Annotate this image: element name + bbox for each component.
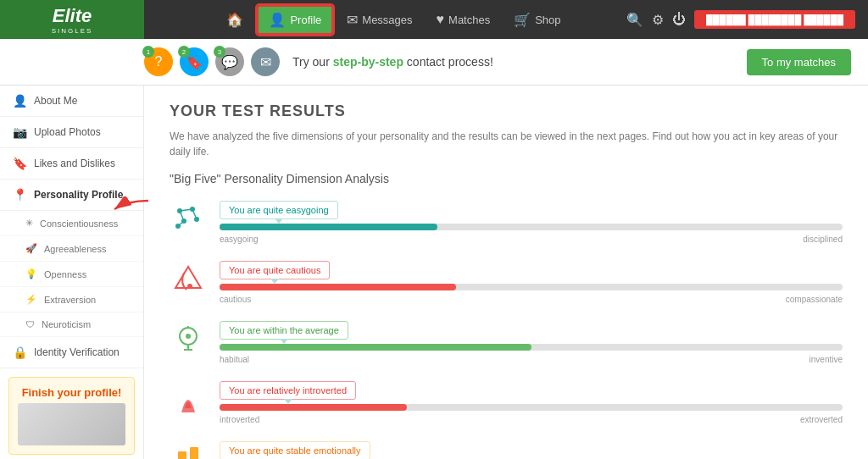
sidebar-personality-profile-label: Personality Profile xyxy=(34,189,123,201)
messages-icon: ✉ xyxy=(347,12,358,28)
easygoing-labels: easygoing disciplined xyxy=(220,235,843,244)
introverted-left-label: introverted xyxy=(220,415,259,424)
sidebar-item-about-me[interactable]: 👤 About Me xyxy=(0,86,143,117)
nav-profile[interactable]: 👤 Profile xyxy=(257,5,333,35)
settings-icon[interactable]: ⚙ xyxy=(652,12,664,28)
easygoing-right-label: disciplined xyxy=(803,235,843,244)
sidebar-sub-openness[interactable]: 💡 Openness xyxy=(0,262,143,287)
svg-rect-15 xyxy=(178,451,186,459)
habitual-right-label: inventive xyxy=(810,355,843,364)
step-1-icon: ? xyxy=(155,54,163,69)
step-3-icon: 💬 xyxy=(221,54,238,70)
profile-status-button[interactable]: ██████ ████████ ██████ xyxy=(694,10,855,29)
about-me-icon: 👤 xyxy=(13,94,27,108)
sidebar-item-personality-profile[interactable]: 📍 Personality Profile xyxy=(0,180,143,211)
logo-text: Elite xyxy=(52,5,93,27)
sidebar-item-likes-dislikes[interactable]: 🔖 Likes and Dislikes xyxy=(0,148,143,180)
nav-messages-label: Messages xyxy=(362,14,412,26)
home-icon: 🏠 xyxy=(226,12,243,28)
habitual-tooltip: You are within the average xyxy=(220,321,348,340)
page-title: YOUR TEST RESULTS xyxy=(170,102,843,120)
nav-items: 🏠 👤 Profile ✉ Messages ♥ Matches 🛒 Shop xyxy=(144,5,626,35)
introverted-labels: introverted extroverted xyxy=(220,415,843,424)
svg-line-7 xyxy=(180,211,184,221)
step-2: 2 🔖 xyxy=(180,47,209,76)
svg-rect-16 xyxy=(190,447,198,459)
top-navigation: Elite SINGLES 🏠 👤 Profile ✉ Messages ♥ M… xyxy=(0,0,868,39)
introverted-bar xyxy=(220,404,407,411)
matches-icon: ♥ xyxy=(437,12,445,27)
sidebar-about-me-label: About Me xyxy=(34,95,77,107)
power-icon[interactable]: ⏻ xyxy=(672,12,686,27)
dimension-cautious: You are quite cautious cautious compassi… xyxy=(170,261,843,304)
to-matches-button[interactable]: To my matches xyxy=(747,49,851,75)
neuroticism-icon: 🛡 xyxy=(25,319,35,329)
introverted-right-label: extroverted xyxy=(800,415,843,424)
easygoing-icon xyxy=(170,201,207,238)
dimension-stable: You are quite stable emotionally xyxy=(170,441,843,459)
finish-profile-image xyxy=(18,403,125,445)
sidebar-identity-label: Identity Verification xyxy=(34,346,120,358)
easygoing-bar xyxy=(220,224,437,230)
introverted-bar-container xyxy=(220,404,843,411)
search-icon[interactable]: 🔍 xyxy=(626,12,643,28)
cautious-left-label: cautious xyxy=(220,295,251,304)
dimension-habitual: You are within the average habitual inve… xyxy=(170,321,843,364)
step-2-icon: 🔖 xyxy=(186,54,203,70)
nav-matches-label: Matches xyxy=(448,14,490,26)
cautious-tooltip: You are quite cautious xyxy=(220,261,330,279)
step-3-num: 3 xyxy=(214,46,225,58)
easygoing-left-label: easygoing xyxy=(220,235,259,244)
sidebar-item-identity-verification[interactable]: 🔒 Identity Verification xyxy=(0,337,143,368)
sidebar-sub-conscientiousness[interactable]: ✳ Conscientiousness xyxy=(0,211,143,236)
sidebar-item-upload-photos[interactable]: 📷 Upload Photos xyxy=(0,117,143,148)
logo[interactable]: Elite SINGLES xyxy=(0,0,144,39)
habitual-content: You are within the average habitual inve… xyxy=(220,321,843,364)
habitual-icon xyxy=(170,321,207,358)
step-1: 1 ? xyxy=(144,47,173,76)
cautious-right-label: compassionate xyxy=(786,295,843,304)
section-title: "Big Five" Personality Dimension Analysi… xyxy=(170,172,843,185)
steps-icons: 1 ? 2 🔖 3 💬 ✉ xyxy=(144,47,280,76)
svg-point-14 xyxy=(186,334,191,339)
cautious-labels: cautious compassionate xyxy=(220,295,843,304)
svg-line-8 xyxy=(178,221,184,226)
likes-dislikes-icon: 🔖 xyxy=(13,157,27,170)
easygoing-content: You are quite easygoing easygoing discip… xyxy=(220,201,843,244)
content-description: We have analyzed the five dimensions of … xyxy=(170,129,843,159)
nav-home[interactable]: 🏠 xyxy=(216,7,253,33)
shop-icon: 🛒 xyxy=(514,12,531,28)
cautious-bar-container xyxy=(220,284,843,290)
profile-icon: 👤 xyxy=(269,12,286,28)
nav-profile-label: Profile xyxy=(290,14,321,26)
sidebar-sub-agreeableness[interactable]: 🚀 Agreeableness xyxy=(0,236,143,262)
nav-messages[interactable]: ✉ Messages xyxy=(337,7,422,33)
svg-line-6 xyxy=(192,209,197,219)
nav-shop-label: Shop xyxy=(535,14,560,26)
step-4: ✉ xyxy=(251,47,280,76)
cautious-icon xyxy=(170,261,207,298)
main-layout: 👤 About Me 📷 Upload Photos 🔖 Likes and D… xyxy=(0,86,868,459)
habitual-labels: habitual inventive xyxy=(220,355,843,364)
habitual-bar xyxy=(220,344,531,351)
extraversion-label: Extraversion xyxy=(44,295,96,305)
banner: 1 ? 2 🔖 3 💬 ✉ Try our step-by-step conta… xyxy=(0,39,868,86)
sidebar-sub-neuroticism[interactable]: 🛡 Neuroticism xyxy=(0,312,143,337)
conscientiousness-label: Conscientiousness xyxy=(40,218,118,229)
easygoing-tooltip: You are quite easygoing xyxy=(220,201,338,219)
openness-icon: 💡 xyxy=(25,268,37,279)
nav-right: 🔍 ⚙ ⏻ ██████ ████████ ██████ xyxy=(626,10,868,29)
easygoing-bar-container xyxy=(220,224,843,230)
banner-highlight: step-by-step xyxy=(333,55,403,69)
nav-shop[interactable]: 🛒 Shop xyxy=(504,7,570,33)
main-content: YOUR TEST RESULTS We have analyzed the f… xyxy=(144,86,868,459)
agreeableness-label: Agreeableness xyxy=(44,244,106,254)
sidebar-finish-profile: Finish your profile! xyxy=(8,377,135,455)
stable-content: You are quite stable emotionally xyxy=(220,441,843,459)
dimension-easygoing: You are quite easygoing easygoing discip… xyxy=(170,201,843,244)
nav-matches[interactable]: ♥ Matches xyxy=(426,7,501,32)
sidebar-sub-extraversion[interactable]: ⚡ Extraversion xyxy=(0,287,143,312)
cautious-content: You are quite cautious cautious compassi… xyxy=(220,261,843,304)
stable-icon xyxy=(170,441,207,459)
step-3: 3 💬 xyxy=(215,47,244,76)
